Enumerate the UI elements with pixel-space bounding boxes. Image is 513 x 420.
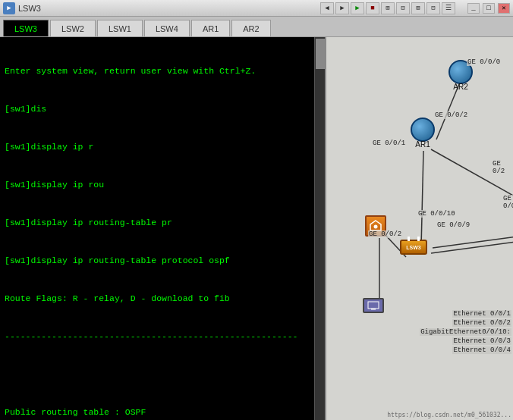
terminal-line: Enter system view, return user view with… [5, 65, 320, 78]
app-icon-text: ▶ [7, 4, 11, 12]
switch-icon-lsw3: LSW3 [400, 240, 427, 255]
toolbar-icons: ◀ ▶ ▶ ■ ⊞ ⊟ ⊞ ⊡ ☰ [320, 2, 455, 14]
tab-bar: LSW3 LSW2 LSW1 LSW4 AR1 AR2 [0, 17, 513, 36]
node-ar1[interactable]: AR1 [408, 119, 437, 149]
node-label-ar1: AR1 [415, 140, 430, 149]
toolbar-t1[interactable]: ⊞ [381, 2, 395, 14]
router-icon-ar1 [411, 118, 435, 142]
terminal-line: ----------------------------------------… [5, 331, 320, 343]
if-label-eth003: Ethernet 0/0/3 [452, 337, 511, 345]
if-label-ge003: GE 0/0/3 [502, 195, 513, 210]
toolbar-t5[interactable]: ☰ [442, 2, 455, 14]
app-icon: ▶ [3, 2, 15, 14]
terminal-line: Route Flags: R - relay, D - download to … [5, 293, 320, 306]
if-label-ge02: GE 0/2 [492, 160, 513, 175]
toolbar-forward[interactable]: ▶ [335, 2, 349, 14]
if-label-ge001: GE 0/0/1 [372, 139, 406, 147]
node-label-ar2: AR2 [453, 83, 467, 91]
terminal-line: [sw1]display ip routing-table protocol o… [5, 255, 320, 268]
toolbar-t3[interactable]: ⊞ [411, 2, 425, 14]
title-text: LSW3 [18, 4, 317, 13]
scroll-thumb[interactable] [316, 39, 325, 69]
main-area: Enter system view, return user view with… [0, 36, 513, 420]
svg-line-4 [431, 238, 513, 253]
terminal-line: [sw1]display ip rou [5, 179, 320, 192]
tab-lsw3[interactable]: LSW3 [3, 20, 49, 36]
node-lsw3[interactable]: LSW3 [399, 237, 428, 258]
tab-ar2[interactable]: AR2 [231, 20, 270, 36]
pc-icon [363, 298, 384, 313]
if-label-ge000: GE 0/0/0 [467, 58, 501, 66]
tab-lsw4[interactable]: LSW4 [144, 20, 190, 36]
if-label-ge002-top: GE 0/0/2 [434, 111, 468, 119]
svg-line-3 [433, 233, 513, 248]
topology-svg [326, 37, 513, 420]
if-label-ge0010: GE 0/0/10 [417, 210, 456, 218]
toolbar-stop[interactable]: ■ [366, 2, 379, 14]
terminal-line: [sw1]display ip r [5, 141, 320, 154]
if-label-gbe: GigabitEthernet0/0/10: [420, 328, 511, 336]
toolbar-t4[interactable]: ⊡ [426, 2, 440, 14]
if-label-eth001: Ethernet 0/0/1 [452, 310, 511, 318]
node-pc1[interactable] [359, 295, 388, 316]
if-label-eth004: Ethernet 0/0/4 [452, 346, 511, 354]
svg-rect-9 [368, 302, 379, 309]
statusbar: https://blog.csdn.net/m0_561032... [387, 412, 511, 418]
title-bar: ▶ LSW3 ◀ ▶ ▶ ■ ⊞ ⊟ ⊞ ⊡ ☰ _ □ ✕ [0, 0, 513, 17]
close-button[interactable]: ✕ [498, 3, 510, 14]
if-label-ge002-bot: GE 0/0/2 [368, 230, 402, 238]
minimize-button[interactable]: _ [467, 3, 480, 14]
tab-ar1[interactable]: AR1 [191, 20, 230, 36]
terminal-line [5, 368, 320, 381]
terminal-content: Enter system view, return user view with… [0, 37, 325, 420]
svg-point-8 [374, 225, 378, 229]
if-label-eth002: Ethernet 0/0/2 [452, 319, 511, 327]
restore-button[interactable]: □ [483, 3, 495, 14]
svg-rect-10 [371, 309, 376, 310]
terminal-panel[interactable]: Enter system view, return user view with… [0, 37, 326, 420]
terminal-line: [sw1]display ip routing-table pr [5, 217, 320, 230]
if-label-ge009: GE 0/0/9 [436, 221, 471, 229]
topology-panel: AR2 AR1 LSW4 LSW4 LSW3 [326, 37, 513, 420]
tab-lsw2[interactable]: LSW2 [50, 20, 96, 36]
terminal-scrollbar[interactable] [314, 37, 325, 420]
toolbar-t2[interactable]: ⊟ [396, 2, 410, 14]
svg-line-1 [421, 151, 423, 248]
toolbar-back[interactable]: ◀ [320, 2, 334, 14]
terminal-line: [sw1]dis [5, 103, 320, 116]
toolbar-run[interactable]: ▶ [351, 2, 364, 14]
terminal-line: Public routing table : OSPF [5, 406, 320, 419]
tab-lsw1[interactable]: LSW1 [97, 20, 143, 36]
